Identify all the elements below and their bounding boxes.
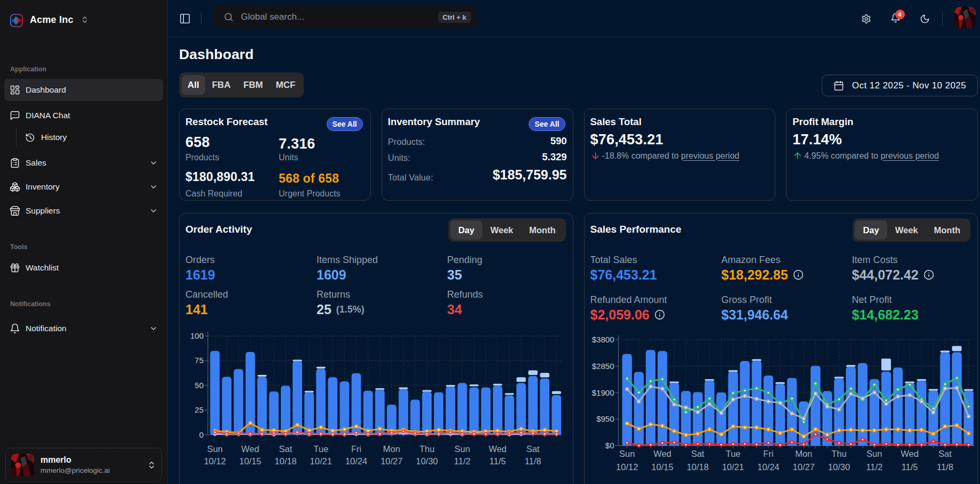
svg-text:Wed: Wed xyxy=(653,449,671,458)
svg-text:11/8: 11/8 xyxy=(936,462,953,472)
svg-text:Wed: Wed xyxy=(901,449,919,458)
svg-text:$1900: $1900 xyxy=(592,388,614,397)
svg-text:Thu: Thu xyxy=(419,444,434,454)
svg-text:$2850: $2850 xyxy=(592,362,614,371)
svg-text:10/21: 10/21 xyxy=(310,456,332,466)
svg-text:Sat: Sat xyxy=(279,444,293,454)
svg-text:Sat: Sat xyxy=(938,449,952,458)
svg-text:$950: $950 xyxy=(596,414,614,423)
svg-text:100: 100 xyxy=(190,331,204,340)
svg-text:10/27: 10/27 xyxy=(792,462,814,472)
svg-text:Thu: Thu xyxy=(831,449,846,458)
svg-text:Tue: Tue xyxy=(725,449,740,458)
svg-text:10/24: 10/24 xyxy=(757,462,779,472)
svg-text:10/30: 10/30 xyxy=(416,456,438,466)
svg-text:Fri: Fri xyxy=(351,444,361,454)
svg-text:Sun: Sun xyxy=(866,449,882,458)
svg-text:Sun: Sun xyxy=(207,444,223,454)
svg-text:10/24: 10/24 xyxy=(345,456,367,466)
svg-text:$3800: $3800 xyxy=(592,335,614,344)
svg-text:Mon: Mon xyxy=(383,444,400,454)
svg-text:Wed: Wed xyxy=(489,444,507,454)
svg-text:Sun: Sun xyxy=(455,444,470,454)
svg-text:10/12: 10/12 xyxy=(616,462,638,472)
svg-text:Fri: Fri xyxy=(763,449,773,458)
svg-text:11/5: 11/5 xyxy=(489,456,506,466)
svg-text:75: 75 xyxy=(195,356,204,365)
svg-text:10/15: 10/15 xyxy=(239,456,261,466)
svg-text:50: 50 xyxy=(195,381,204,390)
svg-text:10/30: 10/30 xyxy=(828,462,849,472)
svg-text:Mon: Mon xyxy=(795,449,812,458)
svg-text:Sat: Sat xyxy=(527,444,540,454)
svg-text:11/8: 11/8 xyxy=(525,456,541,466)
svg-text:Wed: Wed xyxy=(241,444,260,454)
svg-text:10/12: 10/12 xyxy=(204,456,226,466)
svg-text:10/18: 10/18 xyxy=(686,462,708,472)
svg-text:Sun: Sun xyxy=(619,449,635,458)
svg-text:11/2: 11/2 xyxy=(454,456,471,466)
svg-text:11/2: 11/2 xyxy=(866,462,882,472)
svg-text:Tue: Tue xyxy=(313,444,328,454)
svg-text:25: 25 xyxy=(195,405,204,414)
svg-text:11/5: 11/5 xyxy=(901,462,918,472)
svg-text:10/21: 10/21 xyxy=(722,462,743,472)
svg-text:$0: $0 xyxy=(605,441,614,450)
svg-text:0: 0 xyxy=(199,430,204,439)
svg-text:10/15: 10/15 xyxy=(651,462,673,472)
svg-text:Sat: Sat xyxy=(691,449,704,458)
svg-text:10/27: 10/27 xyxy=(380,456,402,466)
svg-text:10/18: 10/18 xyxy=(274,456,296,466)
